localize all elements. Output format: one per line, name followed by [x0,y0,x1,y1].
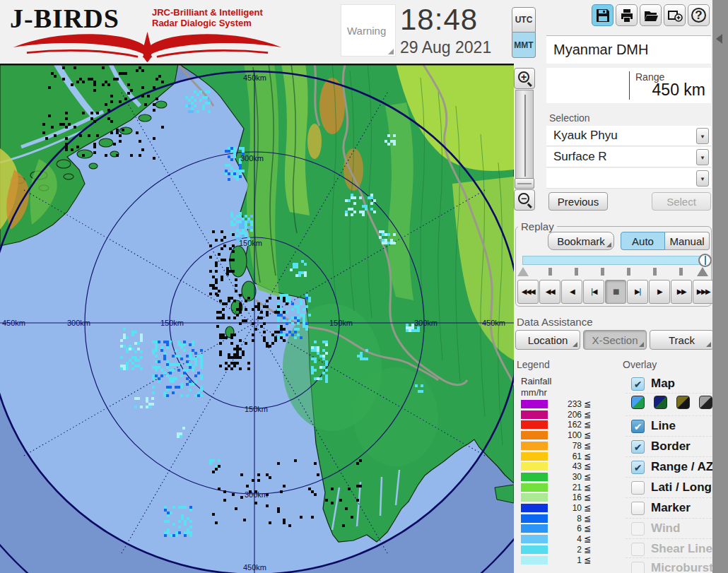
checkbox[interactable]: ✔ [631,420,645,433]
legend-value: 6 [552,524,582,533]
fast-rewind-button[interactable]: ◀◀◀ [517,280,539,304]
legend-value: 21 [552,483,582,492]
legend-leq: ≦ [584,492,591,502]
stop-button[interactable]: ■ [605,280,626,304]
timezone-mmt-button[interactable]: MMT [512,33,536,58]
rewind-button[interactable]: ◀◀ [539,280,560,304]
overlay-item-range-az[interactable]: ✔Range / AZ [626,459,712,478]
logo-subtitle-line2: Radar Dialogic System [152,18,263,28]
checkbox[interactable]: ✔ [631,377,645,391]
overlay-item-border[interactable]: ✔Border [626,439,712,457]
save-button[interactable] [592,4,613,26]
step-back-button[interactable]: |◀ [583,280,604,304]
print-icon [620,8,634,23]
timeline-tick [627,268,630,276]
fastest-forward-button[interactable]: ▶▶▶ [693,280,714,304]
legend-leq: ≦ [584,451,591,461]
legend-row: 61≦ [521,452,599,461]
zoom-slider-track[interactable] [515,90,534,189]
legend-row: 43≦ [521,462,599,471]
map-style-4-button[interactable] [699,396,712,409]
chevron-down-icon[interactable]: ▼ [696,149,709,165]
x-section-button[interactable]: X-Section [583,330,647,350]
station-name-box: Myanmar DMH [546,35,711,64]
manual-mode-button[interactable]: Manual [665,232,710,250]
location-button[interactable]: Location [515,330,580,350]
play-button[interactable]: ▶ [649,280,670,304]
checkbox[interactable]: ✔ [631,440,645,454]
legend-row: 206≦ [521,410,599,420]
warning-panel[interactable]: Warning [341,4,396,57]
panel-collapse-icon[interactable] [716,34,722,44]
overlay-item-map[interactable]: ✔Map [626,376,712,394]
fast-forward-button[interactable]: ▶▶ [671,280,692,304]
export-image-button[interactable] [664,4,686,26]
replay-timeline-handle[interactable] [698,254,712,267]
checkbox[interactable] [631,481,645,495]
legend-row: 16≦ [521,493,599,502]
legend-swatch [521,514,548,523]
chevron-down-icon[interactable]: ▼ [696,128,709,144]
zoom-slider-handle[interactable] [515,178,534,189]
bookmark-button[interactable]: Bookmark [548,232,614,250]
overlay-item-wind[interactable]: Wind [626,521,712,539]
station-select-value: Kyauk Phyu [553,129,618,143]
ring-label: 450km [482,319,505,327]
legend-swatch [521,473,548,481]
timeline-tick [601,268,604,276]
checkbox[interactable] [631,562,645,573]
dropdown-corner-icon [573,342,577,347]
product-select[interactable]: Surface R ▼ [546,147,711,167]
overlay-item-label: Shear Line [651,542,712,556]
legend-leq: ≦ [584,441,591,451]
ring-label: 150km [329,319,353,327]
step-forward-button[interactable]: ▶| [627,280,648,304]
station-select[interactable]: Kyauk Phyu ▼ [546,126,711,146]
legend-leq: ≦ [584,514,591,524]
legend-leq: ≦ [584,483,591,492]
chevron-down-icon[interactable]: ▼ [696,170,709,187]
map-style-3-button[interactable] [676,396,690,409]
timeline-start-marker[interactable] [517,267,529,276]
option-select[interactable]: ▼ [546,168,711,189]
timeline-end-marker[interactable] [697,267,708,276]
range-display: Range 450 km [546,68,711,103]
select-button[interactable]: Select [652,192,711,211]
help-icon: ? [691,8,706,23]
overlay-item-microburst[interactable]: Microburst [626,560,712,573]
overlay-item-marker[interactable]: Marker [626,500,712,519]
auto-mode-button[interactable]: Auto [621,232,665,250]
legend-row: 6≦ [521,524,599,533]
radar-map[interactable]: 450km 300km 150km 150km 300km 450km 450k… [0,64,514,573]
overlay-separator [626,393,712,394]
checkbox[interactable] [631,502,645,515]
previous-button[interactable]: Previous [548,192,608,211]
zoom-out-button[interactable]: − [514,189,535,211]
legend-value: 2 [552,545,582,555]
dropdown-corner-icon [606,242,611,247]
timeline-tick [575,268,578,276]
overlay-separator [626,477,712,478]
zoom-in-button[interactable]: + [514,68,535,89]
open-folder-button[interactable] [640,4,662,26]
logo-subtitle: JRC-Brilliant & Intelligent Radar Dialog… [152,7,263,28]
legend-leq: ≦ [584,472,591,482]
legend-value: 43 [552,461,582,471]
play-backward-button[interactable]: ◀ [561,280,582,304]
map-style-2-button[interactable] [654,396,667,409]
timezone-utc-button[interactable]: UTC [512,7,536,33]
help-button[interactable]: ? [688,4,710,26]
checkbox[interactable] [631,522,645,536]
checkbox[interactable]: ✔ [631,461,645,474]
overlay-item-lati-long[interactable]: Lati / Long [626,480,712,498]
print-button[interactable] [616,4,638,26]
legend-unit: mm/hr [521,387,547,398]
overlay-item-line[interactable]: ✔Line [626,418,712,437]
map-style-1-button[interactable] [631,396,645,409]
track-button[interactable]: Track [650,330,714,350]
legend-leq: ≦ [584,420,591,430]
track-label: Track [669,334,695,346]
replay-timeline-track[interactable] [522,256,708,265]
resize-corner-icon [388,49,394,54]
checkbox[interactable] [631,543,645,556]
